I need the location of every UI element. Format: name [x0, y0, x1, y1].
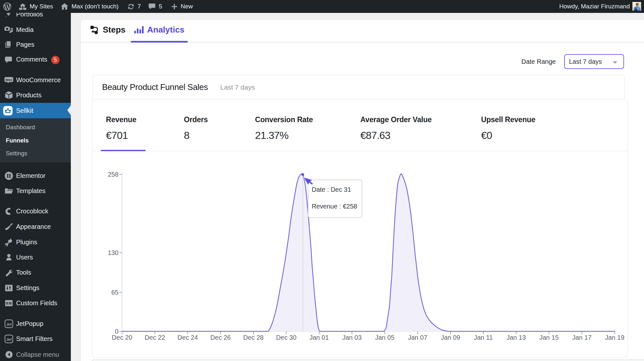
svg-text:Jan 11: Jan 11: [474, 334, 493, 341]
svg-text:Date : Dec 31: Date : Dec 31: [312, 186, 351, 193]
svg-text:Dec 20: Dec 20: [112, 334, 132, 341]
svg-text:Jan 03: Jan 03: [342, 334, 362, 341]
svg-text:Dec 22: Dec 22: [145, 334, 165, 341]
svg-text:Jet: Jet: [6, 337, 12, 341]
svg-text:Jan 01: Jan 01: [309, 334, 329, 341]
svg-text:Jan 13: Jan 13: [507, 334, 526, 341]
svg-text:130: 130: [108, 249, 118, 256]
svg-text:Dec 30: Dec 30: [276, 334, 296, 341]
svg-text:Jan 09: Jan 09: [441, 334, 460, 341]
svg-text:258: 258: [108, 171, 118, 178]
svg-text:Dec 24: Dec 24: [177, 334, 198, 341]
svg-text:Jan 05: Jan 05: [375, 334, 394, 341]
svg-text:Jan 07: Jan 07: [408, 334, 427, 341]
svg-text:Dec 28: Dec 28: [243, 334, 263, 341]
svg-text:Dec 26: Dec 26: [210, 334, 231, 341]
svg-text:0: 0: [115, 328, 118, 335]
svg-text:Woo: Woo: [5, 78, 12, 82]
svg-text:Jan 19: Jan 19: [605, 334, 624, 341]
svg-text:Jan 15: Jan 15: [539, 334, 559, 341]
svg-text:Revenue : €258: Revenue : €258: [312, 203, 357, 210]
svg-text:65: 65: [111, 289, 118, 296]
svg-text:Jan 17: Jan 17: [572, 334, 592, 341]
svg-text:Jet: Jet: [6, 322, 12, 326]
